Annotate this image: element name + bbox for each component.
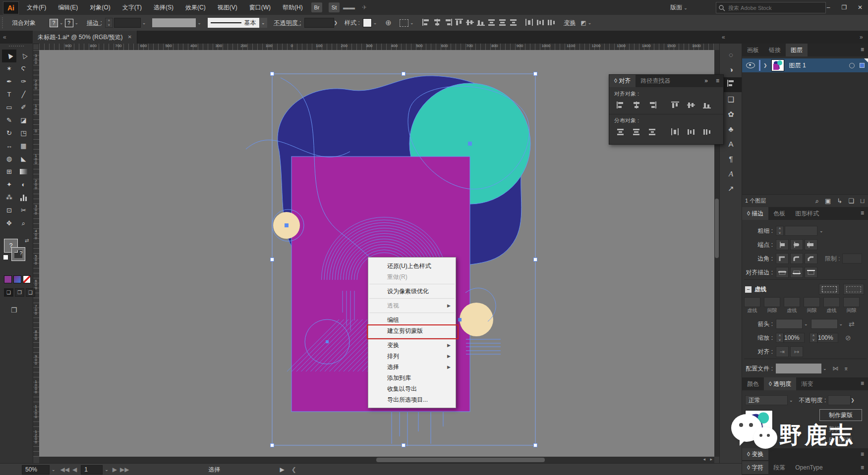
distribute-top-button[interactable] xyxy=(614,126,627,137)
shaper-tool[interactable]: ✎ xyxy=(2,114,16,127)
align-middle-button[interactable] xyxy=(685,100,697,110)
panel-menu-icon[interactable]: ≡ xyxy=(712,75,723,87)
profile-dropdown[interactable] xyxy=(776,364,821,373)
delete-layer-icon[interactable]: ⊔ xyxy=(860,197,865,205)
hand-tool[interactable]: ✥ xyxy=(2,217,16,230)
align-center-button[interactable] xyxy=(630,100,643,110)
scale-end-value[interactable]: 100% xyxy=(817,333,838,343)
free-transform-tool[interactable]: ▦ xyxy=(16,140,31,153)
dash-input-2[interactable] xyxy=(764,297,780,307)
maximize-button[interactable]: ❐ xyxy=(837,0,851,14)
align-right-icon[interactable] xyxy=(444,18,453,28)
draw-inside-icon[interactable]: ❑ xyxy=(26,288,35,297)
distribute-bottom-icon[interactable] xyxy=(509,18,518,28)
scale-stepper[interactable]: ˄˅ xyxy=(810,333,817,343)
slice-tool[interactable]: ✂ xyxy=(16,204,31,217)
last-artboard-icon[interactable]: ▶▶ xyxy=(120,466,129,473)
swap-fill-stroke-icon[interactable]: ⇄ xyxy=(25,238,29,243)
dash-input-1[interactable] xyxy=(744,297,760,307)
menu-6[interactable]: 效果(C) xyxy=(179,0,212,15)
scale-tool[interactable]: ◳ xyxy=(16,127,31,140)
selection-tool[interactable]: ▶ xyxy=(2,50,16,62)
fill-swatch[interactable]: ? xyxy=(50,19,58,27)
vertical-ruler[interactable]: 3002001000100200300400500600700800900100… xyxy=(33,50,40,457)
none-swatch[interactable] xyxy=(23,275,31,283)
direct-selection-tool[interactable]: ▷ xyxy=(16,50,31,62)
stroke-panel-tab-1[interactable]: ◊ 描边 xyxy=(742,207,768,220)
distribute-left-button[interactable] xyxy=(669,126,682,137)
object-thumbnail[interactable] xyxy=(745,410,773,438)
symbol-sprayer-tool[interactable]: ⁂ xyxy=(2,191,16,204)
document-tab[interactable]: 未标题-1.ai* @ 50% (RGB/预览) ✕ xyxy=(33,31,137,44)
dash-align-icon[interactable] xyxy=(843,284,864,295)
context-menu-item[interactable]: 变换▶ xyxy=(368,340,456,351)
chevron-down-icon[interactable]: ⌄ xyxy=(75,20,79,25)
visibility-eye-icon[interactable] xyxy=(746,62,755,68)
stock-search[interactable] xyxy=(716,2,826,13)
distribute-middle-icon[interactable] xyxy=(498,18,507,28)
round-join-icon[interactable] xyxy=(790,253,803,264)
align-left-button[interactable] xyxy=(614,100,627,110)
paragraph-styles-panel-icon[interactable]: ¶ xyxy=(720,152,742,166)
default-fill-stroke-icon[interactable] xyxy=(3,255,8,260)
draw-normal-icon[interactable]: ❏ xyxy=(4,288,13,297)
close-button[interactable]: ✕ xyxy=(853,0,867,14)
transparency-panel-tab-3[interactable]: 渐变 xyxy=(796,377,818,390)
layers-panel-tab-2[interactable]: 链接 xyxy=(764,44,786,56)
new-layer-icon[interactable]: ❏ xyxy=(848,197,854,205)
isolate-selection-icon[interactable]: ◩ xyxy=(580,19,586,26)
expand-arrow-icon[interactable]: ❯ xyxy=(763,63,767,68)
dash-input-4[interactable] xyxy=(804,297,820,307)
miter-join-icon[interactable] xyxy=(776,253,789,264)
dock-collapse-icon[interactable]: « xyxy=(722,31,725,44)
invert-mask-checkbox-row[interactable]: 反相蒙版 xyxy=(819,436,852,444)
chevron-down-icon[interactable]: ⌄ xyxy=(588,20,592,25)
eraser-tool[interactable]: ◪ xyxy=(16,114,31,127)
horizontal-scroll-thumb[interactable] xyxy=(376,458,545,462)
layers-panel-tab-1[interactable]: 画板 xyxy=(742,44,764,56)
layer-row[interactable]: ❯ 图层 1 xyxy=(742,58,868,72)
dashed-checkbox[interactable]: − xyxy=(745,286,752,293)
column-graph-tool[interactable] xyxy=(16,191,31,204)
chevron-down-icon[interactable]: ⌄ xyxy=(373,20,377,25)
align-stroke-center-icon[interactable] xyxy=(776,267,789,278)
distribute-bottom-button[interactable] xyxy=(646,126,659,137)
character-panel-tab-3[interactable]: OpenType xyxy=(790,461,827,474)
projecting-cap-icon[interactable] xyxy=(805,239,817,250)
next-artboard-icon[interactable]: ▶ xyxy=(113,466,117,473)
rotate-tool[interactable]: ↻ xyxy=(2,127,16,140)
butt-cap-icon[interactable] xyxy=(776,239,789,250)
dock-expand-icon[interactable]: » xyxy=(860,31,863,44)
distribute-right-icon[interactable] xyxy=(547,18,556,28)
opacity-label[interactable]: 不透明度 : xyxy=(274,19,301,27)
align-left-icon[interactable] xyxy=(422,18,431,28)
scroll-left-icon[interactable]: ◂ xyxy=(703,457,705,462)
context-menu-item[interactable]: 选择▶ xyxy=(368,362,456,372)
chevron-right-icon[interactable]: ❯ xyxy=(851,398,855,403)
context-menu-item[interactable]: 收集以导出 xyxy=(368,383,456,394)
distribute-center-button[interactable] xyxy=(685,126,697,137)
chevron-down-icon[interactable]: ⌄ xyxy=(59,20,63,25)
stock-button[interactable]: St xyxy=(325,2,340,12)
align-bottom-button[interactable] xyxy=(700,100,713,110)
type-tool[interactable]: T xyxy=(2,88,16,101)
width-tool[interactable]: ↔ xyxy=(2,140,16,153)
locate-object-icon[interactable]: ⌕ xyxy=(815,197,819,205)
transparency-panel-tab-2[interactable]: ◊ 透明度 xyxy=(764,377,796,390)
context-menu-item[interactable]: 编组 xyxy=(368,315,456,325)
panel-overflow-icon[interactable]: » xyxy=(700,75,712,87)
flip-across-icon[interactable]: ⌆ xyxy=(844,365,849,372)
paintbrush-tool[interactable]: ✐ xyxy=(16,101,31,114)
flip-along-icon[interactable]: ⋈ xyxy=(833,365,839,372)
selected-art-indicator[interactable] xyxy=(860,63,865,68)
brush-definition-dropdown[interactable]: 基本 xyxy=(208,18,259,28)
artboard-navigation[interactable]: 1 xyxy=(81,465,103,475)
fill-stroke-proxy[interactable]: ? ? ⇄ xyxy=(3,238,30,267)
align-arrow-end-icon[interactable]: ↦ xyxy=(790,346,803,357)
context-menu-item[interactable]: 添加到库 xyxy=(368,372,456,383)
rectangle-tool[interactable]: ▭ xyxy=(2,101,16,114)
gradient-tool[interactable] xyxy=(16,165,31,178)
context-menu-item[interactable]: 设为像素级优化 xyxy=(368,286,456,297)
align-panel-tab-1[interactable]: ◊ 对齐 xyxy=(609,75,636,87)
align-middle-icon[interactable] xyxy=(465,18,474,28)
